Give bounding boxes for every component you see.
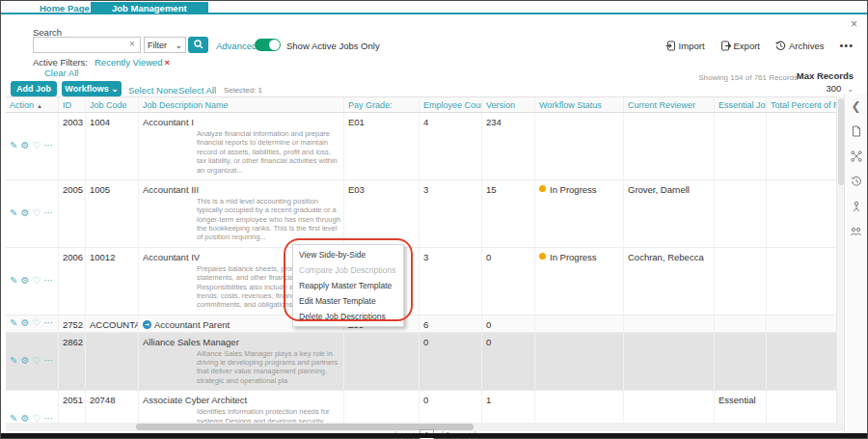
gear-icon[interactable]: ⚙	[20, 355, 29, 366]
add-job-button[interactable]: Add Job	[11, 81, 57, 96]
favorite-heart-icon[interactable]: ♡	[32, 207, 41, 218]
group-icon[interactable]	[850, 225, 863, 238]
gear-icon[interactable]: ⚙	[20, 275, 29, 286]
row-action-cell: ✎⚙♡⋯	[6, 248, 59, 315]
filter-chip-remove-icon[interactable]: ×	[165, 57, 171, 68]
version-cell: 15	[482, 180, 535, 247]
tab-bar: Home Page Job Management	[1, 1, 867, 14]
show-active-jobs-toggle[interactable]	[255, 39, 281, 51]
table-row[interactable]: ✎⚙♡⋯205120748Associate Cyber ArchitectId…	[6, 391, 841, 423]
edit-icon[interactable]: ✎	[10, 207, 17, 218]
export-label: Export	[734, 41, 760, 51]
essential-job-cell	[715, 316, 767, 332]
favorite-heart-icon[interactable]: ♡	[32, 413, 41, 423]
table-row[interactable]: ✎⚙♡⋯200610012Accountant IVPrepares balan…	[6, 248, 841, 316]
archives-label: Archives	[789, 41, 824, 51]
search-button[interactable]	[188, 37, 208, 53]
archives-button[interactable]: Archives	[775, 41, 824, 51]
column-header-job-description-name[interactable]: Job Description Name	[139, 97, 344, 112]
records-count: Showing 154 of 761 Records	[698, 73, 798, 82]
remote-percent-cell	[767, 248, 841, 315]
tab-job-management[interactable]: Job Management	[91, 2, 208, 14]
employee-count-cell: 0	[420, 391, 482, 423]
favorite-heart-icon[interactable]: ♡	[32, 140, 41, 151]
table-row[interactable]: ✎⚙♡⋯20031004Accountant IAnalyze financia…	[6, 113, 841, 180]
collapse-panel-icon[interactable]: ❮	[850, 99, 863, 113]
column-header-id[interactable]: ID	[59, 97, 86, 112]
column-header-job-code[interactable]: Job Code	[86, 97, 139, 112]
max-records-dropdown[interactable]: 300⌄	[826, 83, 854, 94]
row-more-icon[interactable]: ⋯	[43, 140, 53, 151]
close-icon[interactable]: ×	[851, 17, 857, 31]
history-icon[interactable]	[850, 175, 863, 188]
edit-icon[interactable]: ✎	[10, 355, 17, 366]
more-options-icon[interactable]: •••	[839, 40, 854, 51]
remote-percent-cell	[767, 180, 841, 247]
row-more-icon[interactable]: ⋯	[43, 207, 53, 218]
table-header-row: Action▲IDJob CodeJob Description NamePay…	[6, 96, 841, 113]
import-icon	[665, 41, 676, 51]
edit-icon[interactable]: ✎	[10, 275, 17, 286]
org-person-icon[interactable]	[850, 200, 863, 213]
filter-dropdown[interactable]: Filter ⌄	[144, 37, 186, 53]
workflows-dropdown-button[interactable]: Workflows ⌄	[62, 81, 122, 96]
row-more-icon[interactable]: ⋯	[43, 355, 53, 366]
job-title-text: Accountant Parent	[154, 319, 230, 330]
filter-chip-recently-viewed[interactable]: Recently Viewed×	[95, 57, 170, 68]
context-menu-item-reapply-master-template[interactable]: Reapply Master Template	[293, 278, 403, 293]
favorite-heart-icon[interactable]: ♡	[32, 275, 41, 286]
gear-icon[interactable]: ⚙	[20, 207, 29, 218]
export-icon	[720, 41, 731, 51]
edit-icon[interactable]: ✎	[10, 317, 17, 328]
column-header-pay-grade[interactable]: Pay Grade:	[344, 97, 420, 112]
column-header-version[interactable]: Version	[482, 97, 535, 112]
employee-count-cell: 0	[420, 333, 482, 391]
favorite-heart-icon[interactable]: ♡	[32, 355, 41, 366]
row-more-icon[interactable]: ⋯	[43, 275, 53, 286]
remote-percent-cell	[767, 333, 841, 391]
gear-icon[interactable]: ⚙	[20, 317, 29, 328]
gear-icon[interactable]: ⚙	[20, 413, 29, 423]
gear-icon[interactable]: ⚙	[20, 140, 29, 151]
max-records-value: 300	[826, 83, 841, 94]
column-header-total-percent-of-remote[interactable]: Total Percent of Remote	[767, 97, 841, 112]
table-row[interactable]: ✎⚙♡⋯20051005Accountant IIIThis is a mid …	[6, 180, 841, 248]
select-all-link[interactable]: Select All	[178, 85, 216, 96]
context-menu-item-edit-master-template[interactable]: Edit Master Template	[293, 293, 403, 309]
context-menu-item-delete-job-descriptions[interactable]: Delete Job Descriptions	[293, 309, 403, 324]
import-button[interactable]: Import	[665, 41, 705, 51]
integrations-network-icon[interactable]	[850, 150, 863, 163]
job-title[interactable]: Accountant III	[143, 184, 341, 195]
select-none-link[interactable]: Select None	[128, 85, 178, 96]
column-header-essential-job[interactable]: Essential Job	[715, 97, 767, 112]
table-row[interactable]: ✎⚙♡⋯2752ACCOUNTANT➔Accountant ParentZ996…	[6, 316, 841, 333]
search-input[interactable]	[33, 37, 141, 53]
column-header-current-reviewer[interactable]: Current Reviewer	[624, 97, 715, 112]
table-row[interactable]: ✎⚙♡⋯2862Alliance Sales ManagerAlliance S…	[6, 333, 841, 392]
vertical-scrollbar[interactable]	[836, 96, 844, 423]
search-clear-icon[interactable]: ×	[129, 40, 135, 49]
column-header-workflow-status[interactable]: Workflow Status	[535, 97, 624, 112]
clear-all-link[interactable]: Clear All	[44, 68, 78, 78]
job-title[interactable]: Alliance Sales Manager	[143, 337, 341, 347]
column-header-action[interactable]: Action▲	[6, 97, 59, 112]
row-more-icon[interactable]: ⋯	[43, 413, 53, 423]
edit-icon[interactable]: ✎	[10, 413, 17, 423]
workflow-status-label: In Progress	[550, 252, 597, 262]
job-title[interactable]: Accountant I	[143, 117, 341, 127]
workflow-status-label: In Progress	[550, 184, 597, 195]
current-reviewer-cell	[624, 316, 715, 332]
edit-icon[interactable]: ✎	[10, 140, 17, 151]
column-header-employee-count[interactable]: Employee Count	[420, 97, 482, 112]
pay-grade-cell: E03	[344, 180, 420, 247]
sort-ascending-icon: ▲	[37, 103, 42, 109]
favorite-heart-icon[interactable]: ♡	[32, 317, 41, 328]
advanced-link[interactable]: Advanced	[216, 41, 257, 51]
employee-count-cell: 3	[420, 248, 482, 315]
job-title[interactable]: Associate Cyber Architect	[143, 395, 341, 405]
document-icon[interactable]	[850, 124, 863, 138]
context-menu-item-view-side-by-side[interactable]: View Side-by-Side	[293, 247, 403, 262]
row-more-icon[interactable]: ⋯	[43, 317, 53, 328]
job-id-cell: 2006	[59, 248, 86, 315]
export-button[interactable]: Export	[720, 41, 760, 51]
